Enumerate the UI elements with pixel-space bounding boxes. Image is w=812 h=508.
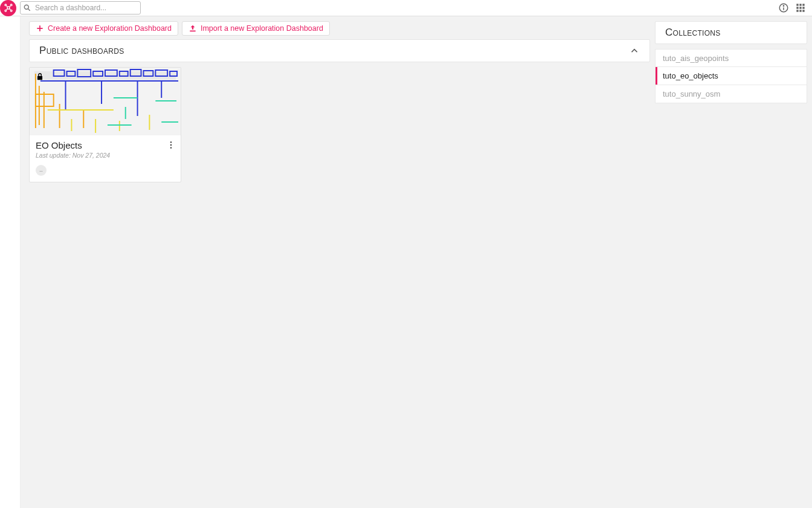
svg-rect-22 <box>802 10 804 11</box>
search-icon <box>23 4 31 12</box>
search-input[interactable] <box>35 4 140 12</box>
search-field-wrap <box>20 1 141 14</box>
create-dashboard-button[interactable]: Create a new Exploration Dashboard <box>29 21 178 36</box>
svg-point-62 <box>170 147 172 148</box>
apps-grid-icon <box>796 3 805 13</box>
info-button[interactable] <box>777 1 790 14</box>
svg-line-7 <box>6 8 7 10</box>
svg-rect-25 <box>190 31 195 32</box>
topbar <box>0 0 812 16</box>
svg-line-10 <box>28 8 30 10</box>
main-column: Create a new Exploration Dashboard Impor… <box>21 16 812 508</box>
svg-line-6 <box>9 6 10 7</box>
svg-rect-26 <box>37 76 42 80</box>
collection-item-label: tuto_ais_geopoints <box>663 54 729 63</box>
svg-line-8 <box>9 8 10 10</box>
collapse-section-button[interactable] <box>629 45 640 56</box>
lock-icon <box>36 72 44 81</box>
collections-header: Collections <box>655 21 807 44</box>
create-dashboard-label: Create a new Exploration Dashboard <box>48 24 172 33</box>
svg-point-60 <box>170 141 172 143</box>
section-title: Public dashboards <box>39 45 124 57</box>
center-column: Create a new Exploration Dashboard Impor… <box>29 21 650 182</box>
dashboard-card[interactable]: EO Objects Last update: Nov 27, 2024 -- <box>29 67 181 182</box>
svg-line-5 <box>6 6 7 7</box>
collection-item[interactable]: tuto_eo_objects <box>655 67 807 85</box>
svg-point-2 <box>10 4 12 6</box>
svg-point-9 <box>24 5 28 9</box>
upload-icon <box>188 24 197 33</box>
svg-point-3 <box>5 10 7 11</box>
dashboard-meta: Last update: Nov 27, 2024 <box>36 152 175 159</box>
dashboard-card-body: EO Objects Last update: Nov 27, 2024 -- <box>30 135 181 182</box>
svg-rect-21 <box>799 10 801 11</box>
svg-point-61 <box>170 144 172 146</box>
dashboard-menu-button[interactable] <box>166 140 176 150</box>
apps-button[interactable] <box>794 1 807 14</box>
collection-item[interactable]: tuto_ais_geopoints <box>655 49 807 67</box>
section-header: Public dashboards <box>29 39 650 62</box>
svg-rect-15 <box>799 4 801 5</box>
svg-point-13 <box>783 5 784 6</box>
left-gutter <box>0 16 21 508</box>
svg-point-1 <box>5 4 7 6</box>
collection-item-label: tuto_sunny_osm <box>663 89 720 98</box>
dashboard-grid: EO Objects Last update: Nov 27, 2024 -- <box>29 67 650 182</box>
collections-list: tuto_ais_geopoints tuto_eo_objects tuto_… <box>655 49 807 103</box>
dashboard-thumbnail <box>30 68 181 135</box>
chevron-up-icon <box>629 45 640 56</box>
svg-rect-16 <box>802 4 804 5</box>
dashboard-owner-badge: -- <box>36 165 47 176</box>
app-logo[interactable] <box>0 0 16 16</box>
svg-rect-20 <box>796 10 798 11</box>
collection-item-label: tuto_eo_objects <box>663 71 718 80</box>
more-vert-icon <box>166 140 176 150</box>
svg-rect-19 <box>802 7 804 8</box>
collections-title: Collections <box>665 27 721 39</box>
svg-point-4 <box>10 10 12 11</box>
collections-sidebar: Collections tuto_ais_geopoints tuto_eo_o… <box>655 21 807 103</box>
svg-rect-18 <box>799 7 801 8</box>
info-icon <box>778 2 789 13</box>
collection-item[interactable]: tuto_sunny_osm <box>655 85 807 103</box>
svg-rect-17 <box>796 7 798 8</box>
svg-rect-14 <box>796 4 798 5</box>
dashboard-title: EO Objects <box>36 140 175 150</box>
action-row: Create a new Exploration Dashboard Impor… <box>29 21 650 36</box>
plus-icon <box>36 24 44 33</box>
workspace: Create a new Exploration Dashboard Impor… <box>0 16 812 508</box>
import-dashboard-label: Import a new Exploration Dashboard <box>201 24 323 33</box>
import-dashboard-button[interactable]: Import a new Exploration Dashboard <box>182 21 330 36</box>
